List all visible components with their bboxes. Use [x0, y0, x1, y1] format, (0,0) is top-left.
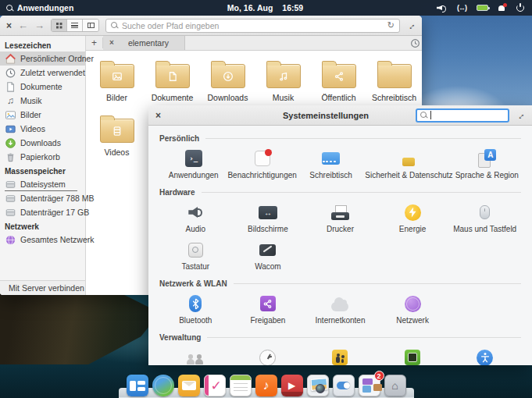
desktop: Lesezeichen Persönlicher Ordner Zuletzt …: [0, 0, 532, 398]
folder-downloads[interactable]: Downloads: [200, 57, 255, 112]
sidebar-item-home[interactable]: Persönlicher Ordner: [0, 52, 85, 66]
printer-icon: [331, 205, 349, 220]
refresh-icon[interactable]: [387, 21, 395, 30]
sidebar-item-volume-788mb[interactable]: Datenträger 788 MB: [0, 191, 85, 205]
music-icon[interactable]: [255, 375, 277, 396]
music-note-icon: ♫: [5, 95, 16, 107]
photos-icon[interactable]: [307, 375, 329, 396]
drive-icon: [5, 179, 16, 190]
settings-tile-energie[interactable]: Energie: [377, 199, 449, 236]
videos-icon[interactable]: [281, 375, 303, 396]
settings-tile-zugangshilfen[interactable]: Zugangshilfen: [448, 344, 521, 365]
tab-close-icon[interactable]: [109, 39, 114, 47]
folder-schreibtisch[interactable]: Schreibtisch: [366, 57, 422, 112]
sidebar-item-pictures[interactable]: Bilder: [0, 108, 85, 122]
settings-tile-internetkonten[interactable]: Internetkonten: [304, 290, 377, 328]
calendar-icon[interactable]: [230, 375, 252, 396]
folder-bilder[interactable]: Bilder: [89, 57, 145, 112]
multitasking-icon[interactable]: [127, 375, 148, 396]
power-icon[interactable]: [516, 4, 524, 12]
globe-icon: [405, 296, 421, 312]
connect-server-button[interactable]: Mit Server verbinden …: [0, 280, 85, 295]
appcenter-icon[interactable]: 2: [359, 375, 380, 396]
notifications-icon[interactable]: [498, 4, 506, 12]
settings-tile-maus[interactable]: Maus und Tastfeld: [448, 199, 521, 236]
settings-tile-sprache[interactable]: Sprache & Region: [453, 145, 521, 183]
settings-tile-anwendungen[interactable]: Anwendungen: [159, 145, 227, 183]
settings-tile-drucker[interactable]: Drucker: [304, 199, 377, 236]
volume-icon[interactable]: [437, 4, 447, 12]
sidebar-item-label: Persönlicher Ordner: [20, 54, 94, 63]
sidebar-item-downloads[interactable]: Downloads: [0, 136, 85, 150]
tasks-icon[interactable]: [204, 375, 226, 396]
section-persoenlich: Persönlich: [159, 134, 521, 143]
speaker-icon: [188, 207, 202, 219]
close-icon[interactable]: [6, 21, 12, 30]
new-tab-button[interactable]: [86, 37, 103, 48]
settings-tile-benachrichtigungen[interactable]: Benachrichtigungen: [227, 145, 296, 183]
mail-icon[interactable]: [178, 375, 200, 396]
sidebar-item-entire-network[interactable]: Gesamtes Netzwerk: [0, 233, 85, 247]
settings-tile-sicherheit[interactable]: Sicherheit & Datenschutz: [365, 145, 452, 183]
grid-view-button[interactable]: [52, 20, 67, 31]
system-tray: [303, 4, 532, 12]
settings-tile-netzwerk[interactable]: Netzwerk: [377, 290, 449, 328]
settings-tile-bildschirme[interactable]: Bildschirme: [232, 199, 305, 236]
path-search-bar[interactable]: [105, 19, 400, 33]
settings-tile-datum-uhrzeit[interactable]: Datum & Uhrzeit: [232, 344, 305, 365]
connect-server-label: Mit Server verbinden …: [9, 283, 95, 293]
settings-tile-bluetooth[interactable]: Bluetooth: [159, 290, 232, 328]
sidebar-item-recent[interactable]: Zuletzt verwendet: [0, 66, 85, 80]
battery-icon[interactable]: [477, 5, 488, 11]
applications-menu[interactable]: Anwendungen: [0, 3, 227, 12]
datetime-indicator[interactable]: Mo, 16. Aug 16:59: [227, 3, 303, 12]
back-button[interactable]: [18, 20, 28, 30]
history-icon[interactable]: [410, 38, 420, 48]
tab-label: elementary: [119, 38, 178, 48]
sidebar-item-music[interactable]: ♫ Musik: [0, 94, 85, 108]
sidebar-item-volume-17gb[interactable]: Datenträger 17 GB: [0, 205, 85, 219]
home-folder-icon[interactable]: [384, 375, 406, 396]
settings-tile-freigaben[interactable]: Freigaben: [232, 290, 305, 328]
settings-tile-tastatur[interactable]: Tastatur: [159, 236, 232, 274]
drive-icon: [5, 207, 16, 219]
settings-search-bar[interactable]: [416, 108, 509, 123]
section-hardware: Hardware: [159, 188, 521, 197]
settings-tile-benutzerkonten[interactable]: Benutzerkonten: [159, 344, 232, 365]
film-emblem-icon: [101, 119, 134, 142]
network-icon[interactable]: [457, 4, 466, 12]
clock-icon: [259, 350, 276, 366]
folder-videos[interactable]: Videos: [89, 112, 145, 166]
settings-tile-system[interactable]: System: [377, 344, 449, 365]
maximize-icon[interactable]: [405, 19, 418, 32]
list-view-button[interactable]: [67, 20, 83, 31]
section-label: Verwaltung: [159, 333, 201, 342]
folder-musik[interactable]: Musik: [255, 57, 311, 112]
column-view-button[interactable]: [83, 20, 98, 31]
folder-icon: [100, 64, 134, 88]
download-icon: [5, 137, 16, 149]
settings-tile-rechnerzeit[interactable]: Rechnerzeit & Beschränkungen: [304, 344, 377, 365]
settings-tile-audio[interactable]: Audio: [159, 199, 232, 236]
sidebar-item-label: Zuletzt verwendet: [20, 68, 85, 77]
system-settings-icon[interactable]: [333, 375, 355, 396]
forward-button[interactable]: [34, 20, 45, 30]
settings-tile-schreibtisch[interactable]: Schreibtisch: [297, 145, 365, 183]
sidebar-item-label: Papierkorb: [20, 152, 60, 162]
maximize-icon[interactable]: [514, 108, 527, 122]
sidebar-item-label: Dateisystem: [20, 179, 66, 189]
path-search-input[interactable]: [122, 21, 384, 30]
keyboard-icon: [188, 243, 203, 258]
close-icon[interactable]: [155, 111, 161, 120]
sidebar-item-filesystem[interactable]: Dateisystem: [0, 177, 85, 191]
folder-oeffentlich[interactable]: Öffentlich: [311, 57, 366, 112]
folder-dokumente[interactable]: Dokumente: [145, 57, 200, 112]
tab-elementary[interactable]: elementary: [103, 36, 185, 50]
settings-tile-wacom[interactable]: Wacom: [232, 236, 305, 274]
sidebar-item-documents[interactable]: Dokumente: [0, 80, 85, 94]
sidebar-item-videos[interactable]: Videos: [0, 122, 85, 136]
sidebar-item-label: Dokumente: [20, 82, 62, 91]
sidebar-item-trash[interactable]: Papierkorb: [0, 150, 85, 164]
web-browser-icon[interactable]: [152, 375, 174, 396]
folder-label: Downloads: [208, 93, 248, 102]
